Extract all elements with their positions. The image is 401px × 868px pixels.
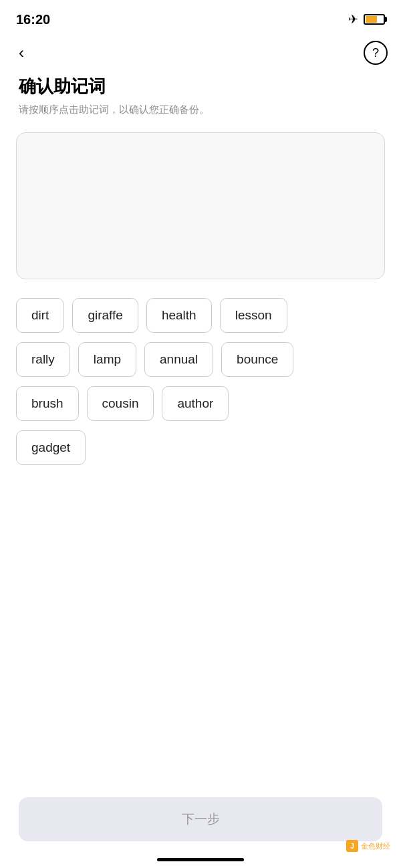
selection-area: [16, 132, 385, 279]
watermark-text: 金色财经: [361, 841, 390, 851]
word-chip-dirt[interactable]: dirt: [16, 298, 64, 333]
words-row-1: dirt giraffe health lesson: [16, 298, 385, 333]
word-chip-annual[interactable]: annual: [144, 342, 213, 377]
word-chip-giraffe[interactable]: giraffe: [72, 298, 138, 333]
help-button[interactable]: ?: [364, 41, 388, 65]
page-subtitle: 请按顺序点击助记词，以确认您正确备份。: [19, 102, 382, 116]
home-indicator: [157, 858, 244, 861]
word-chip-bounce[interactable]: bounce: [221, 342, 293, 377]
word-chip-lamp[interactable]: lamp: [78, 342, 136, 377]
status-bar: 16:20 ✈: [0, 0, 401, 36]
status-time: 16:20: [16, 12, 50, 27]
nav-bar: ‹ ?: [0, 36, 401, 69]
word-chip-brush[interactable]: brush: [16, 386, 79, 421]
battery-icon: [364, 14, 385, 25]
words-row-4: gadget: [16, 430, 385, 465]
battery-fill: [366, 16, 377, 23]
word-chip-gadget[interactable]: gadget: [16, 430, 86, 465]
word-chip-cousin[interactable]: cousin: [87, 386, 154, 421]
page-title: 确认助记词: [19, 75, 382, 98]
airplane-icon: ✈: [348, 12, 358, 27]
watermark-icon: J: [346, 840, 358, 852]
word-chip-lesson[interactable]: lesson: [220, 298, 287, 333]
page-header: 确认助记词 请按顺序点击助记词，以确认您正确备份。: [0, 69, 401, 127]
word-chip-rally[interactable]: rally: [16, 342, 70, 377]
watermark: J 金色财经: [346, 840, 390, 852]
word-chip-author[interactable]: author: [162, 386, 229, 421]
bottom-area: 下一步: [0, 797, 401, 841]
words-row-3: brush cousin author: [16, 386, 385, 421]
words-row-2: rally lamp annual bounce: [16, 342, 385, 377]
words-container: dirt giraffe health lesson rally lamp an…: [0, 293, 401, 480]
status-icons: ✈: [348, 12, 385, 27]
word-chip-health[interactable]: health: [146, 298, 212, 333]
back-button[interactable]: ‹: [13, 41, 29, 65]
next-button[interactable]: 下一步: [19, 797, 382, 841]
